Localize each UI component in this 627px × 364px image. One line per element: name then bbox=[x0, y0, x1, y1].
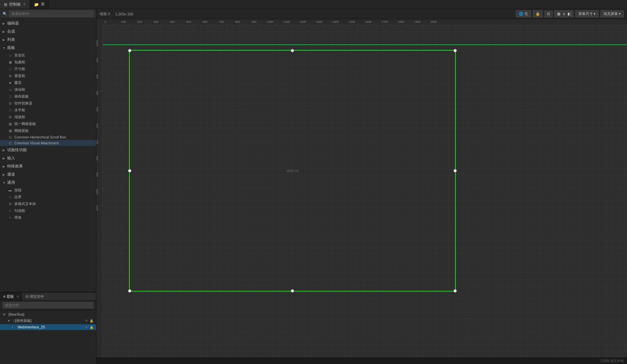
svg-text:300: 300 bbox=[154, 20, 158, 24]
button-icon: ▬ bbox=[8, 188, 12, 192]
tab-layers[interactable]: ≡ 层级 ✕ bbox=[0, 293, 22, 300]
svg-text:1100: 1100 bbox=[96, 205, 99, 211]
grid-panel-icon: ▦ bbox=[8, 129, 12, 133]
grid-icon-btn[interactable]: ▦ bbox=[556, 11, 561, 16]
item-rich-text-block[interactable]: ⊟ 多格式文本块 bbox=[0, 200, 96, 207]
screen-size-btn[interactable]: 屏幕尺寸 ▾ bbox=[575, 10, 599, 17]
top-tab-bar: ⊞ 控制板 ✕ 📁 库 bbox=[0, 0, 627, 9]
category-composite-label: 合成 bbox=[7, 29, 15, 34]
category-input-label: 输入 bbox=[7, 155, 15, 161]
vertical-box-icon: ⊞ bbox=[8, 74, 12, 78]
control-search-input[interactable] bbox=[9, 10, 93, 17]
wrap-box-icon: ▣ bbox=[8, 60, 12, 64]
category-input[interactable]: ▶ 输入 bbox=[0, 154, 96, 162]
layer-canvas-panel[interactable]: ▼ □[画布面板] 👁 🔒 bbox=[0, 317, 96, 324]
layer-webinterface[interactable]: • WebInterface_25 👁 🔒 bbox=[0, 324, 96, 330]
item-border[interactable]: □ 边界 bbox=[0, 194, 96, 200]
canvas-inner[interactable]: Web UI bbox=[103, 25, 627, 357]
item-scroll-box[interactable]: ▭ 滚动框 bbox=[0, 86, 96, 93]
fill-screen-btn[interactable]: 填充屏幕 ▾ bbox=[601, 10, 624, 17]
handle-bm[interactable] bbox=[291, 289, 294, 293]
item-canvas-panel[interactable]: □ 画布面板 bbox=[0, 93, 96, 100]
item-wrap-box[interactable]: ▣ 包裹框 bbox=[0, 59, 96, 66]
control-panel-tab-close[interactable]: ✕ bbox=[23, 2, 26, 7]
layer-search-bar bbox=[0, 301, 96, 310]
lock-btn[interactable]: 🔒 bbox=[535, 11, 541, 16]
canvas-toolbar: 缩放-3 1,203x-156 🌐 无 🔒 R ▦ 4 ◧ bbox=[96, 9, 627, 19]
item-size-box-label: 尺寸框 bbox=[14, 67, 25, 71]
item-size-box[interactable]: □ 尺寸框 bbox=[0, 66, 96, 72]
safety-zone-icon: □ bbox=[8, 54, 12, 57]
category-special[interactable]: ▶ 特殊效果 bbox=[0, 162, 96, 170]
bindings-tab-icon: ⊟ bbox=[25, 294, 28, 299]
layout-icon-btn[interactable]: ◧ bbox=[567, 11, 572, 16]
item-uniform-grid[interactable]: ▦ 统一网格面板 bbox=[0, 120, 96, 127]
layer-newtest[interactable]: ▼ [NewTest] bbox=[0, 311, 96, 317]
tab-library[interactable]: 📁 库 bbox=[30, 0, 49, 9]
svg-text:500: 500 bbox=[186, 20, 191, 24]
category-composite[interactable]: ▶ 合成 bbox=[0, 27, 96, 36]
item-scale-box[interactable]: ⊞ 缩放框 bbox=[0, 114, 96, 120]
svg-text:1400: 1400 bbox=[332, 20, 339, 24]
ruler-h-row: 0 100 200 300 400 500 bbox=[96, 19, 627, 25]
svg-text:300: 300 bbox=[96, 74, 99, 79]
svg-text:900: 900 bbox=[252, 20, 256, 24]
globe-btn[interactable]: 🌐 无 bbox=[516, 10, 531, 17]
webinterface-dot-icon: • bbox=[12, 325, 16, 329]
svg-text:500: 500 bbox=[96, 107, 99, 112]
toolbar-group-3: ▦ 4 ◧ bbox=[554, 10, 573, 17]
category-editor[interactable]: ▶ 编辑器 bbox=[0, 19, 96, 27]
fill-screen-label: 填充屏幕 bbox=[603, 11, 618, 16]
category-universal[interactable]: ▼ 通用 bbox=[0, 179, 96, 187]
layer-search-input[interactable] bbox=[3, 302, 93, 309]
horizontal-box-icon: □ bbox=[8, 108, 12, 112]
item-checkbox[interactable]: ✓ 勾选框 bbox=[0, 207, 96, 214]
handle-bl[interactable] bbox=[128, 289, 131, 293]
overlay-icon: ■ bbox=[8, 81, 12, 85]
item-slider[interactable]: + 滑条 bbox=[0, 214, 96, 221]
item-overlay[interactable]: ■ 覆层 bbox=[0, 79, 96, 86]
item-grid-panel-label: 网格面板 bbox=[14, 128, 29, 133]
handle-tl[interactable] bbox=[128, 49, 131, 52]
item-horizontal-box[interactable]: □ 水平框 bbox=[0, 107, 96, 114]
lock-icon: 🔒 bbox=[90, 319, 93, 323]
category-list[interactable]: ▶ 列表 bbox=[0, 36, 96, 44]
item-widget-switcher[interactable]: ⊟ 控件切换器 bbox=[0, 100, 96, 107]
item-common-visual-attachment[interactable]: ⊡ Common Visual Attachment bbox=[0, 140, 96, 146]
handle-br[interactable] bbox=[454, 289, 457, 293]
svg-text:1900: 1900 bbox=[414, 20, 421, 24]
canvas-element[interactable]: Web UI bbox=[129, 50, 456, 292]
category-panel[interactable]: ▼ 面板 bbox=[0, 44, 96, 52]
item-button-label: 按钮 bbox=[14, 188, 22, 193]
handle-tm[interactable] bbox=[291, 49, 294, 52]
svg-text:1700: 1700 bbox=[381, 20, 388, 24]
layer-tree: ▼ [NewTest] ▼ □[画布面板] 👁 🔒 • WebInterface… bbox=[0, 310, 96, 364]
handle-tr[interactable] bbox=[454, 49, 457, 52]
handle-ml[interactable] bbox=[128, 169, 131, 172]
layers-tab-close[interactable]: ✕ bbox=[16, 295, 19, 298]
category-experimental[interactable]: ▶ 试验性功能 bbox=[0, 146, 96, 154]
category-list-label: 列表 bbox=[7, 37, 15, 42]
toolbar-group-1: 🔒 bbox=[533, 10, 543, 17]
item-safety-zone[interactable]: □ 安全区 bbox=[0, 52, 96, 59]
category-channel[interactable]: ▶ 通道 bbox=[0, 170, 96, 179]
svg-text:900: 900 bbox=[96, 172, 99, 177]
control-tree: ▶ 编辑器 ▶ 合成 ▶ 列表 ▼ 面板 bbox=[0, 19, 96, 222]
item-button[interactable]: ▬ 按钮 bbox=[0, 187, 96, 194]
item-grid-panel[interactable]: ▦ 网格面板 bbox=[0, 127, 96, 134]
layer-newtest-label: [NewTest] bbox=[8, 312, 93, 316]
item-border-label: 边界 bbox=[14, 195, 22, 199]
canvas-viewport: Web UI bbox=[103, 25, 627, 357]
handle-mr[interactable] bbox=[454, 169, 457, 172]
control-panel-icon: ⊞ bbox=[4, 2, 7, 7]
tab-bindings[interactable]: ⊟ 绑定控件 bbox=[22, 293, 47, 300]
num4-btn[interactable]: 4 bbox=[562, 12, 566, 16]
r-btn[interactable]: R bbox=[546, 12, 551, 16]
svg-text:700: 700 bbox=[96, 140, 99, 144]
item-hierarchical-scroll[interactable]: ⊡ Common Hierarchical Scroll Box bbox=[0, 134, 96, 140]
tab-control-panel[interactable]: ⊞ 控制板 ✕ bbox=[0, 0, 30, 9]
svg-text:2000: 2000 bbox=[430, 20, 437, 24]
item-vertical-box[interactable]: ⊞ 垂直框 bbox=[0, 72, 96, 79]
layers-tab-label: 层级 bbox=[7, 294, 14, 299]
guide-horizontal bbox=[103, 44, 627, 45]
